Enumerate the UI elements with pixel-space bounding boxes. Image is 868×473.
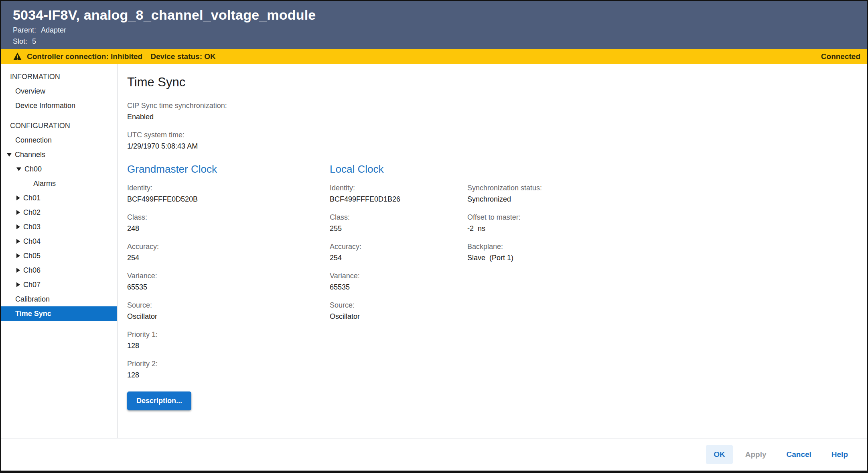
field-variance: Variance:65535 [330, 270, 467, 293]
expand-arrow-icon[interactable] [16, 196, 20, 200]
cancel-button[interactable]: Cancel [779, 445, 819, 464]
collapse-arrow-icon[interactable] [16, 167, 21, 171]
sidebar-label: Ch07 [23, 281, 41, 289]
status-bar: Controller connection: Inhibited Device … [1, 49, 867, 64]
field-priority-1: Priority 1:128 [127, 329, 330, 351]
field-class: Class:255 [330, 212, 467, 234]
sidebar-item-calibration[interactable]: Calibration [1, 292, 117, 306]
sidebar-item-connection[interactable]: Connection [1, 133, 117, 147]
controller-connection-status: Controller connection: Inhibited [27, 52, 142, 61]
field-value: Slave (Port 1) [467, 252, 855, 263]
field-source: Source:Oscillator [330, 300, 467, 322]
sidebar-item-ch01[interactable]: Ch01 [1, 191, 117, 205]
field-label: Class: [127, 212, 330, 223]
sidebar-item-overview[interactable]: Overview [1, 84, 117, 98]
sidebar-label: Channels [15, 151, 45, 159]
field-label: Source: [330, 300, 467, 311]
field-label: Identity: [330, 182, 467, 194]
field-label: Synchronization status: [467, 182, 855, 194]
dialog-footer: OKApplyCancelHelp [1, 438, 867, 471]
field-class: Class:248 [127, 212, 330, 234]
expand-arrow-icon[interactable] [16, 268, 20, 273]
sidebar-label: Time Sync [15, 310, 51, 318]
sidebar-label: Ch05 [23, 252, 41, 260]
field-label: Accuracy: [330, 241, 467, 252]
field-value: 248 [127, 223, 330, 234]
sidebar-label: Ch03 [23, 223, 41, 231]
field-value: 128 [127, 369, 330, 381]
description-button[interactable]: Description... [127, 391, 191, 410]
field-offset-to-master: Offset to master:-2 ns [467, 212, 855, 234]
sidebar-item-ch05[interactable]: Ch05 [1, 249, 117, 263]
sidebar-label: Ch00 [24, 165, 42, 173]
field-value: 254 [127, 252, 330, 263]
sidebar-label: Ch02 [23, 208, 41, 217]
sidebar-label: INFORMATION [10, 73, 60, 81]
field-label: Backplane: [467, 241, 855, 252]
field-value: 255 [330, 223, 467, 234]
sidebar-item-channels[interactable]: Channels [1, 147, 117, 162]
grandmaster-clock-column: Grandmaster Clock Identity:BCF499FFFE0D5… [127, 162, 330, 410]
expand-arrow-icon[interactable] [16, 224, 20, 229]
sidebar-item-ch06[interactable]: Ch06 [1, 263, 117, 277]
sidebar-label: CONFIGURATION [10, 122, 70, 130]
field-value: 65535 [127, 281, 330, 293]
field-value: Oscillator [330, 311, 467, 322]
sidebar-label: Calibration [15, 295, 50, 304]
expand-arrow-icon[interactable] [16, 210, 20, 215]
sidebar-item-time-sync[interactable]: Time Sync [1, 306, 117, 321]
field-label: UTC system time: [127, 129, 855, 141]
clock-columns: Grandmaster Clock Identity:BCF499FFFE0D5… [127, 162, 855, 410]
field-identity: Identity:BCF499FFFE0D520B [127, 182, 330, 205]
field-label: Variance: [127, 270, 330, 281]
sidebar-item-ch07[interactable]: Ch07 [1, 277, 117, 292]
sidebar-item-device-information[interactable]: Device Information [1, 98, 117, 113]
apply-button: Apply [738, 445, 774, 464]
sidebar-item-alarms[interactable]: Alarms [1, 176, 117, 191]
field-value: Synchronized [467, 194, 855, 205]
sidebar-item-ch02[interactable]: Ch02 [1, 205, 117, 220]
field-label: Identity: [127, 182, 330, 194]
field-synchronization-status: Synchronization status:Synchronized [467, 182, 855, 205]
sidebar-section-configuration: CONFIGURATION [1, 118, 117, 133]
sidebar-item-ch03[interactable]: Ch03 [1, 220, 117, 234]
expand-arrow-icon[interactable] [16, 239, 20, 244]
field-value: -2 ns [467, 223, 855, 234]
navigation-sidebar: INFORMATIONOverviewDevice InformationCON… [1, 64, 118, 438]
field-value: 1/29/1970 5:08:43 AM [127, 141, 855, 152]
page-title: 5034-IF8V, analog_8_channel_voltage_modu… [13, 7, 855, 23]
parent-row: Parent:Adapter [13, 26, 855, 34]
field-accuracy: Accuracy:254 [127, 241, 330, 263]
field-label: Variance: [330, 270, 467, 281]
collapse-arrow-icon[interactable] [7, 153, 12, 157]
sidebar-label: Alarms [33, 179, 56, 188]
field-label: Accuracy: [127, 241, 330, 252]
section-title: Time Sync [127, 74, 855, 91]
device-properties-window: 5034-IF8V, analog_8_channel_voltage_modu… [0, 0, 868, 473]
sidebar-label: Connection [15, 136, 52, 145]
sidebar-item-ch04[interactable]: Ch04 [1, 234, 117, 249]
grandmaster-clock-fields: Identity:BCF499FFFE0D520BClass:248Accura… [127, 182, 330, 381]
field-accuracy: Accuracy:254 [330, 241, 467, 263]
field-label: Class: [330, 212, 467, 223]
title-bar: 5034-IF8V, analog_8_channel_voltage_modu… [1, 1, 867, 49]
field-label: Source: [127, 300, 330, 311]
time-sync-summary: CIP Sync time synchronization:EnabledUTC… [127, 100, 855, 152]
expand-arrow-icon[interactable] [16, 282, 20, 287]
field-value: Oscillator [127, 311, 330, 322]
help-button[interactable]: Help [824, 445, 856, 464]
sidebar-label: Overview [15, 87, 45, 96]
field-value: Enabled [127, 111, 855, 122]
ok-button[interactable]: OK [706, 445, 733, 464]
field-utc-system-time: UTC system time:1/29/1970 5:08:43 AM [127, 129, 855, 152]
sidebar-label: Ch01 [23, 194, 41, 202]
field-value: 128 [127, 340, 330, 351]
field-source: Source:Oscillator [127, 300, 330, 322]
slot-row: Slot:5 [13, 37, 855, 45]
sidebar-label: Device Information [15, 102, 75, 110]
expand-arrow-icon[interactable] [16, 253, 20, 258]
sidebar-item-ch00[interactable]: Ch00 [1, 162, 117, 176]
field-label: CIP Sync time synchronization: [127, 100, 855, 111]
sidebar-label: Ch04 [23, 237, 41, 246]
body-row: INFORMATIONOverviewDevice InformationCON… [1, 64, 867, 438]
